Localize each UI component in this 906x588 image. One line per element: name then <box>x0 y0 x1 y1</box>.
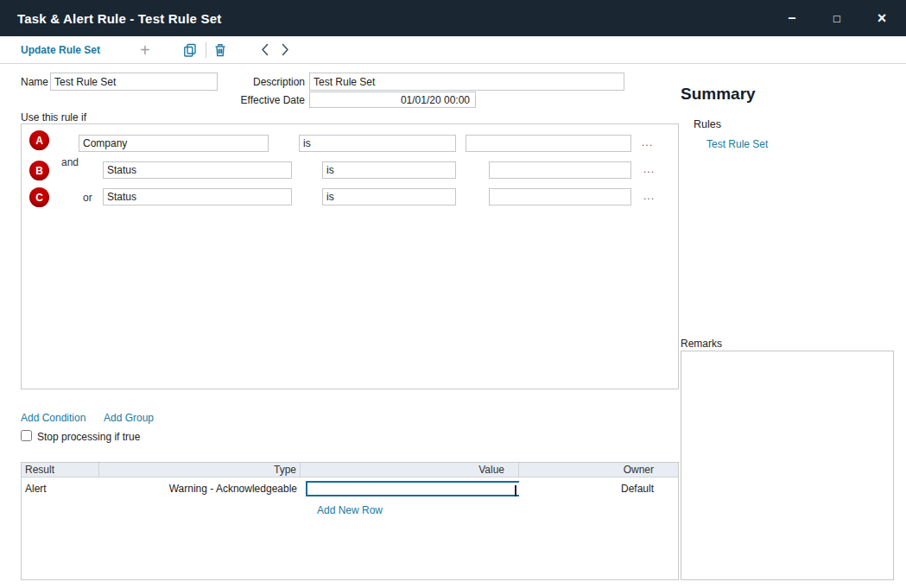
condition-c-more-button[interactable]: ... <box>643 190 655 202</box>
conditions-panel: A ... and B ... or C ... <box>21 123 679 389</box>
condition-badge-c: C <box>29 187 49 207</box>
condition-b-more-button[interactable]: ... <box>643 163 655 175</box>
stop-processing-label: Stop processing if true <box>37 431 140 443</box>
window-controls: – □ × <box>770 0 906 36</box>
maximize-button[interactable]: □ <box>814 0 859 36</box>
summary-rule-link[interactable]: Test Rule Set <box>706 138 768 150</box>
maximize-icon: □ <box>833 12 840 25</box>
next-arrow-icon[interactable] <box>281 43 289 56</box>
toolbar: Update Rule Set + <box>0 36 906 64</box>
result-cell[interactable]: Alert <box>22 483 99 495</box>
close-button[interactable]: × <box>859 0 904 36</box>
rules-label: Rules <box>694 118 721 130</box>
name-label: Name <box>21 76 48 88</box>
update-rule-set-button[interactable]: Update Rule Set <box>21 44 100 56</box>
condition-c-field-input[interactable] <box>103 188 292 205</box>
delete-icon[interactable] <box>214 43 226 57</box>
remarks-textarea[interactable] <box>681 351 894 580</box>
description-input[interactable] <box>309 73 624 91</box>
description-label: Description <box>219 76 305 88</box>
titlebar: Task & Alert Rule - Test Rule Set – □ × <box>0 0 906 36</box>
text-caret <box>515 485 516 496</box>
condition-a-more-button[interactable]: ... <box>642 136 653 149</box>
condition-badge-a: A <box>29 130 49 150</box>
condition-c-connector: or <box>83 192 92 204</box>
name-input[interactable] <box>50 73 218 91</box>
condition-a-field-input[interactable] <box>79 135 269 152</box>
add-group-link[interactable]: Add Group <box>104 412 154 424</box>
condition-a-operator-input[interactable] <box>299 135 456 152</box>
add-new-row-link[interactable]: Add New Row <box>22 504 678 516</box>
condition-c-value-input[interactable] <box>489 188 631 205</box>
header-owner: Owner <box>519 463 680 477</box>
condition-b-value-input[interactable] <box>489 161 631 179</box>
type-cell[interactable]: Warning - Acknowledgeable <box>99 483 301 495</box>
condition-a-value-input[interactable] <box>466 135 631 152</box>
add-condition-link[interactable]: Add Condition <box>21 412 86 424</box>
value-cell <box>306 483 519 495</box>
condition-c-operator-input[interactable] <box>322 188 456 205</box>
header-result: Result <box>22 463 99 477</box>
remarks-label: Remarks <box>681 338 722 350</box>
value-input[interactable] <box>306 481 519 496</box>
stop-processing-checkbox[interactable] <box>21 430 32 441</box>
minimize-icon: – <box>789 10 796 26</box>
header-type: Type <box>99 463 301 477</box>
condition-b-field-input[interactable] <box>103 161 292 179</box>
prev-arrow-icon[interactable] <box>261 43 269 56</box>
toolbar-divider <box>206 42 206 58</box>
effective-date-label: Effective Date <box>219 94 305 106</box>
table-row: Alert Warning - Acknowledgeable Default <box>22 477 678 500</box>
summary-title: Summary <box>681 85 756 104</box>
owner-cell[interactable]: Default <box>519 483 680 495</box>
condition-section-label: Use this rule if <box>21 111 86 123</box>
effective-date-input[interactable] <box>309 92 476 108</box>
main-panel: Name Description Effective Date Use this… <box>0 64 906 588</box>
header-value: Value <box>301 463 519 477</box>
copy-icon[interactable] <box>183 43 197 57</box>
results-table-header: Result Type Value Owner <box>22 463 678 477</box>
results-table: Result Type Value Owner Alert Warning - … <box>21 462 679 580</box>
window-title: Task & Alert Rule - Test Rule Set <box>17 11 221 26</box>
condition-b-operator-input[interactable] <box>322 161 456 179</box>
minimize-button[interactable]: – <box>770 0 814 36</box>
close-icon: × <box>877 9 887 28</box>
condition-b-connector: and <box>61 156 79 168</box>
add-icon[interactable]: + <box>140 42 150 58</box>
condition-badge-b: B <box>29 161 49 180</box>
